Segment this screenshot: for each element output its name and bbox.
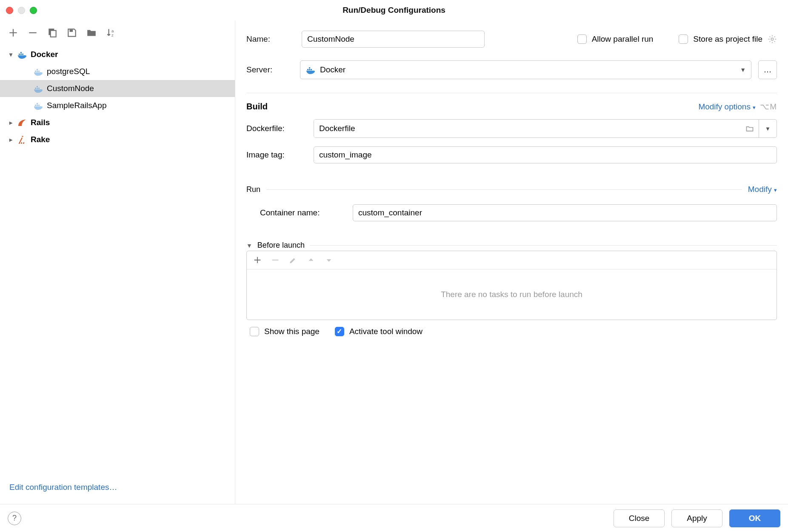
chevron-right-icon: ▸ bbox=[8, 136, 14, 143]
divider bbox=[266, 189, 742, 190]
tree-item-label: postgreSQL bbox=[47, 67, 90, 76]
dialog-footer: ? Close Apply OK bbox=[0, 504, 788, 532]
build-title: Build bbox=[246, 102, 268, 112]
tree-item-samplerailsapp[interactable]: SampleRailsApp bbox=[0, 97, 235, 114]
name-label: Name: bbox=[246, 34, 293, 44]
svg-rect-14 bbox=[37, 88, 38, 89]
svg-rect-8 bbox=[20, 52, 22, 53]
copy-icon[interactable] bbox=[47, 27, 58, 38]
tree-item-postgresql[interactable]: postgreSQL bbox=[0, 63, 235, 80]
help-button[interactable]: ? bbox=[8, 512, 21, 525]
add-icon[interactable] bbox=[253, 255, 262, 265]
gear-icon[interactable] bbox=[768, 34, 777, 44]
svg-rect-12 bbox=[37, 69, 38, 70]
browse-icon[interactable] bbox=[741, 120, 759, 137]
image-tag-row: Image tag: bbox=[246, 146, 777, 163]
rake-icon bbox=[17, 134, 27, 145]
svg-rect-22 bbox=[307, 69, 308, 70]
sort-az-icon[interactable]: az bbox=[106, 27, 117, 38]
svg-rect-25 bbox=[309, 67, 310, 69]
svg-rect-24 bbox=[311, 69, 312, 70]
tree-node-rails[interactable]: ▸ Rails bbox=[0, 114, 235, 131]
run-title: Run bbox=[246, 185, 260, 194]
tree-item-label: CustomNode bbox=[47, 84, 94, 93]
checkbox-icon bbox=[335, 327, 344, 336]
server-row: Server: Docker ▼ … bbox=[246, 60, 777, 79]
image-tag-input[interactable] bbox=[314, 146, 777, 163]
save-icon[interactable] bbox=[66, 27, 77, 38]
tree-node-docker[interactable]: ▾ Docker bbox=[0, 46, 235, 63]
before-launch-toolbar bbox=[247, 251, 777, 269]
main-content: az ▾ Docker postgreSQL CustomNode Sample… bbox=[0, 20, 788, 504]
close-button[interactable]: Close bbox=[614, 509, 665, 527]
chevron-down-icon: ▼ bbox=[740, 66, 746, 73]
container-name-row: Container name: bbox=[260, 204, 777, 221]
dockerfile-input-wrapper: ▼ bbox=[314, 119, 777, 138]
configurations-toolbar: az bbox=[0, 20, 235, 44]
container-name-label: Container name: bbox=[260, 208, 353, 217]
checkbox-icon bbox=[577, 34, 587, 44]
server-select[interactable]: Docker ▼ bbox=[300, 60, 751, 79]
svg-rect-10 bbox=[37, 71, 38, 72]
checkbox-label: Show this page bbox=[264, 327, 320, 336]
svg-rect-19 bbox=[38, 105, 40, 106]
modify-options-link[interactable]: Modify options ▾ bbox=[698, 102, 756, 112]
svg-rect-5 bbox=[19, 54, 20, 55]
svg-rect-11 bbox=[38, 71, 40, 72]
rails-icon bbox=[17, 117, 27, 128]
before-launch-empty: There are no tasks to run before launch bbox=[247, 269, 777, 320]
svg-rect-2 bbox=[70, 29, 73, 31]
remove-icon bbox=[271, 255, 280, 265]
dockerfile-input[interactable] bbox=[314, 120, 741, 137]
configurations-tree: ▾ Docker postgreSQL CustomNode SampleRai… bbox=[0, 44, 235, 476]
tree-node-rake[interactable]: ▸ Rake bbox=[0, 131, 235, 148]
svg-text:z: z bbox=[111, 33, 114, 37]
close-window-icon[interactable] bbox=[6, 7, 13, 14]
checkbox-icon bbox=[250, 327, 259, 336]
svg-rect-6 bbox=[20, 54, 22, 55]
svg-rect-7 bbox=[22, 54, 23, 55]
docker-icon bbox=[33, 100, 43, 111]
edit-icon bbox=[288, 255, 298, 265]
container-name-input[interactable] bbox=[353, 204, 777, 221]
allow-parallel-run-checkbox[interactable]: Allow parallel run bbox=[577, 34, 654, 44]
chevron-down-icon: ▼ bbox=[246, 242, 252, 249]
server-more-button[interactable]: … bbox=[758, 60, 777, 79]
show-this-page-checkbox[interactable]: Show this page bbox=[250, 327, 320, 336]
build-section-header: Build Modify options ▾ ⌥M bbox=[246, 102, 777, 112]
activate-tool-window-checkbox[interactable]: Activate tool window bbox=[335, 327, 423, 336]
chevron-down-icon: ▾ bbox=[774, 187, 777, 193]
tree-label: Rake bbox=[31, 135, 50, 144]
chevron-down-icon[interactable]: ▼ bbox=[759, 120, 777, 137]
checkbox-label: Activate tool window bbox=[349, 327, 423, 336]
modify-run-link[interactable]: Modify ▾ bbox=[748, 185, 777, 194]
divider bbox=[310, 245, 777, 246]
remove-icon[interactable] bbox=[27, 27, 38, 38]
docker-icon bbox=[33, 66, 43, 77]
zoom-window-icon[interactable] bbox=[30, 7, 37, 14]
tree-item-customnode[interactable]: CustomNode bbox=[0, 80, 235, 97]
svg-rect-20 bbox=[37, 103, 38, 104]
ok-button[interactable]: OK bbox=[729, 509, 780, 527]
edit-configuration-templates-link[interactable]: Edit configuration templates… bbox=[0, 476, 235, 504]
window-controls bbox=[6, 7, 37, 14]
svg-rect-15 bbox=[38, 88, 40, 89]
svg-point-21 bbox=[771, 38, 774, 40]
svg-rect-1 bbox=[51, 31, 56, 37]
server-value: Docker bbox=[320, 65, 345, 74]
svg-rect-23 bbox=[309, 69, 310, 70]
before-launch-header[interactable]: ▼ Before launch bbox=[246, 241, 777, 250]
folder-icon[interactable] bbox=[86, 27, 97, 38]
chevron-down-icon: ▾ bbox=[8, 51, 14, 58]
docker-icon bbox=[305, 65, 316, 75]
svg-rect-13 bbox=[35, 88, 36, 89]
divider bbox=[246, 93, 777, 93]
dockerfile-label: Dockerfile: bbox=[246, 124, 314, 133]
before-launch-panel: There are no tasks to run before launch bbox=[246, 251, 777, 320]
apply-button[interactable]: Apply bbox=[671, 509, 722, 527]
store-as-project-file-checkbox[interactable]: Store as project file bbox=[679, 34, 777, 44]
move-down-icon bbox=[324, 255, 334, 265]
name-row: Name: Allow parallel run Store as projec… bbox=[246, 31, 777, 48]
name-input[interactable] bbox=[302, 31, 485, 48]
add-icon[interactable] bbox=[8, 27, 19, 38]
